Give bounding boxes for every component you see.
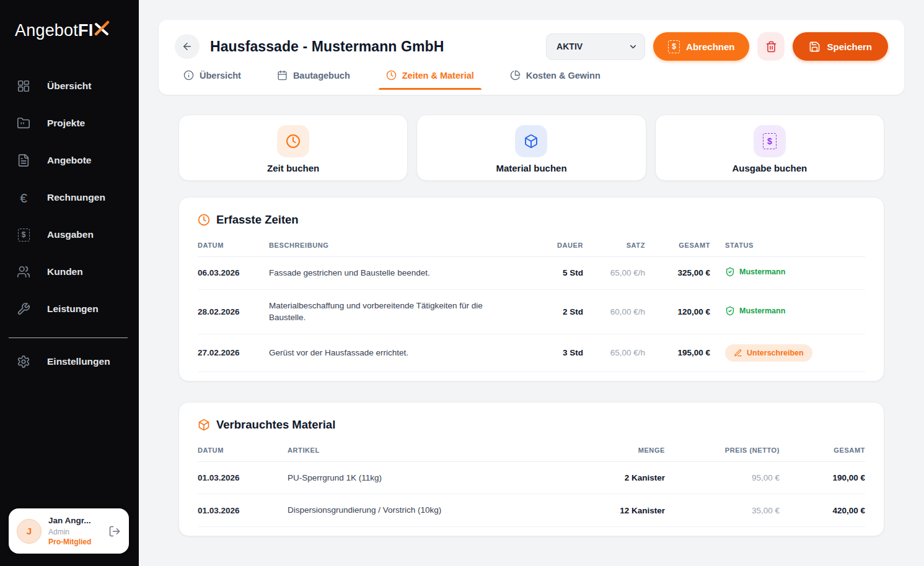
user-role: Admin — [48, 527, 102, 537]
euro-icon: € — [16, 191, 31, 204]
tab-label: Übersicht — [200, 71, 241, 81]
receipt-dollar-icon: $ — [754, 125, 786, 157]
info-icon — [183, 70, 194, 81]
cell-beschreibung: Materialbeschaffung und vorbereitende Tä… — [269, 300, 530, 324]
cell-artikel: Dispersionsgrundierung / Vorstrich (10kg… — [288, 504, 572, 516]
cell-datum: 27.02.2026 — [198, 348, 269, 357]
tab-kosten-gewinn[interactable]: Kosten & Gewinn — [510, 70, 601, 90]
cell-datum: 01.03.2026 — [198, 506, 288, 515]
clock-icon — [277, 125, 309, 157]
cell-gesamt: 325,00 € — [645, 268, 710, 277]
col-gesamt: GESAMT — [780, 446, 865, 454]
zeit-buchen-card[interactable]: Zeit buchen — [178, 115, 408, 181]
app-logo: AngebotFI — [0, 0, 139, 67]
ausgabe-buchen-card[interactable]: $ Ausgabe buchen — [655, 115, 884, 181]
clock-icon — [386, 70, 397, 81]
avatar: J — [17, 519, 42, 544]
cell-satz: 65,00 €/h — [583, 268, 645, 277]
user-card[interactable]: J Jan Angr... Admin Pro-Mitglied — [9, 508, 129, 554]
action-label: Zeit buchen — [267, 163, 319, 173]
tab-bautagebuch[interactable]: Bautagebuch — [277, 70, 350, 90]
sidebar: AngebotFI Übersicht Projekte — [0, 0, 139, 566]
back-button[interactable] — [175, 34, 200, 59]
status-select[interactable]: AKTIV — [546, 33, 645, 60]
logo-text-regular: Angebot — [15, 21, 78, 40]
sidebar-item-projekte[interactable]: Projekte — [0, 105, 139, 142]
wrench-icon — [16, 302, 31, 316]
col-dauer: DAUER — [530, 242, 583, 249]
cell-gesamt: 190,00 € — [780, 473, 865, 482]
tab-zeiten-material[interactable]: Zeiten & Material — [386, 70, 474, 90]
sidebar-item-leistungen[interactable]: Leistungen — [0, 290, 139, 328]
sidebar-item-angebote[interactable]: Angebote — [0, 142, 139, 179]
shield-check-icon — [725, 306, 735, 316]
col-satz: SATZ — [583, 242, 645, 249]
sidebar-item-ausgaben[interactable]: $ Ausgaben — [0, 216, 139, 253]
col-gesamt: GESAMT — [645, 242, 710, 249]
cell-menge: 2 Kanister — [572, 473, 665, 482]
unterschreiben-button[interactable]: Unterschreiben — [725, 344, 812, 362]
clock-icon — [198, 214, 210, 226]
sidebar-item-label: Übersicht — [47, 81, 92, 92]
sidebar-item-kunden[interactable]: Kunden — [0, 253, 139, 290]
sidebar-item-label: Ausgaben — [47, 229, 94, 240]
receipt-dollar-icon: $ — [668, 40, 680, 53]
trash-icon — [765, 41, 777, 53]
cell-dauer: 2 Std — [530, 307, 583, 316]
user-name: Jan Angr... — [48, 515, 102, 526]
logout-icon[interactable] — [108, 525, 121, 538]
sidebar-item-label: Einstellungen — [47, 356, 110, 367]
delete-button[interactable] — [757, 32, 785, 61]
status-badge: Mustermann — [725, 306, 785, 316]
material-buchen-card[interactable]: Material buchen — [416, 115, 646, 181]
verbrauchtes-material-panel: Verbrauchtes Material DATUM ARTIKEL MENG… — [178, 402, 884, 536]
abrechnen-label: Abrechnen — [686, 41, 734, 52]
sidebar-nav: Übersicht Projekte Angebote € Rechnungen… — [0, 67, 139, 380]
col-menge: MENGE — [572, 446, 665, 454]
project-header: Hausfassade - Mustermann GmbH AKTIV $ Ab… — [159, 20, 904, 95]
times-table: DATUM BESCHREIBUNG DAUER SATZ GESAMT STA… — [198, 238, 865, 372]
col-artikel: ARTIKEL — [288, 446, 572, 454]
tab-label: Kosten & Gewinn — [526, 71, 601, 81]
sidebar-item-label: Rechnungen — [47, 192, 105, 203]
cell-gesamt: 120,00 € — [645, 307, 710, 316]
cell-dauer: 3 Std — [530, 348, 583, 357]
brand-check-icon — [94, 20, 110, 37]
speichern-button[interactable]: Speichern — [793, 32, 888, 61]
pie-chart-icon — [510, 70, 521, 81]
cell-dauer: 5 Std — [530, 268, 583, 277]
materials-table: DATUM ARTIKEL MENGE PREIS (NETTO) GESAMT… — [198, 443, 865, 527]
shield-check-icon — [725, 267, 735, 277]
back-arrow-icon — [182, 41, 193, 52]
action-label: Ausgabe buchen — [732, 163, 807, 173]
main-area: Hausfassade - Mustermann GmbH AKTIV $ Ab… — [139, 0, 924, 566]
panel-title: Verbrauchtes Material — [216, 418, 335, 432]
status-badge: Mustermann — [725, 267, 785, 277]
table-row: 01.03.2026 Dispersionsgrundierung / Vors… — [198, 494, 865, 527]
app-root: AngebotFI Übersicht Projekte — [0, 0, 924, 566]
table-row: 27.02.2026 Gerüst vor der Hausfassade er… — [198, 334, 865, 372]
tab-label: Zeiten & Material — [402, 71, 474, 81]
project-tabs: Übersicht Bautagebuch Zeiten & Material … — [175, 70, 888, 90]
folder-icon — [16, 116, 31, 130]
sidebar-item-einstellungen[interactable]: Einstellungen — [0, 343, 139, 380]
package-icon — [198, 419, 210, 431]
col-status: STATUS — [710, 242, 865, 249]
calendar-icon — [277, 70, 288, 81]
status-select-wrap: AKTIV — [546, 33, 645, 60]
tab-uebersicht[interactable]: Übersicht — [183, 70, 241, 90]
cell-satz: 60,00 €/h — [583, 307, 645, 316]
sidebar-item-rechnungen[interactable]: € Rechnungen — [0, 179, 139, 216]
erfasste-zeiten-panel: Erfasste Zeiten DATUM BESCHREIBUNG DAUER… — [178, 197, 884, 381]
col-preis: PREIS (NETTO) — [665, 446, 780, 454]
cell-beschreibung: Gerüst vor der Hausfassade errichtet. — [269, 347, 530, 359]
cell-preis: 35,00 € — [665, 506, 780, 515]
abrechnen-button[interactable]: $ Abrechnen — [653, 32, 749, 61]
users-icon — [16, 265, 31, 279]
sidebar-item-uebersicht[interactable]: Übersicht — [0, 67, 139, 105]
col-datum: DATUM — [198, 446, 288, 454]
table-row: 28.02.2026 Materialbeschaffung und vorbe… — [198, 290, 865, 334]
sidebar-item-label: Kunden — [47, 266, 83, 277]
status-label: Mustermann — [739, 268, 785, 276]
status-label: Mustermann — [739, 307, 785, 315]
